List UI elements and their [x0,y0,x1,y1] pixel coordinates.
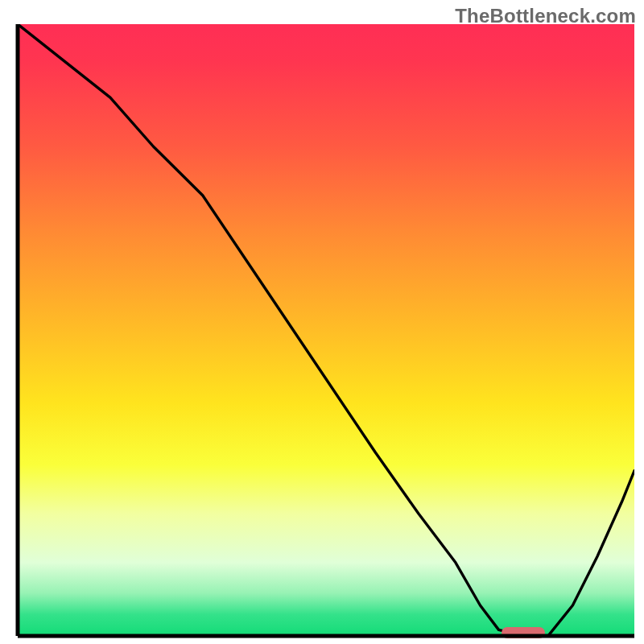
watermark-text: TheBottleneck.com [455,5,636,27]
axes [0,0,644,644]
chart-container: TheBottleneck.com [0,0,644,644]
